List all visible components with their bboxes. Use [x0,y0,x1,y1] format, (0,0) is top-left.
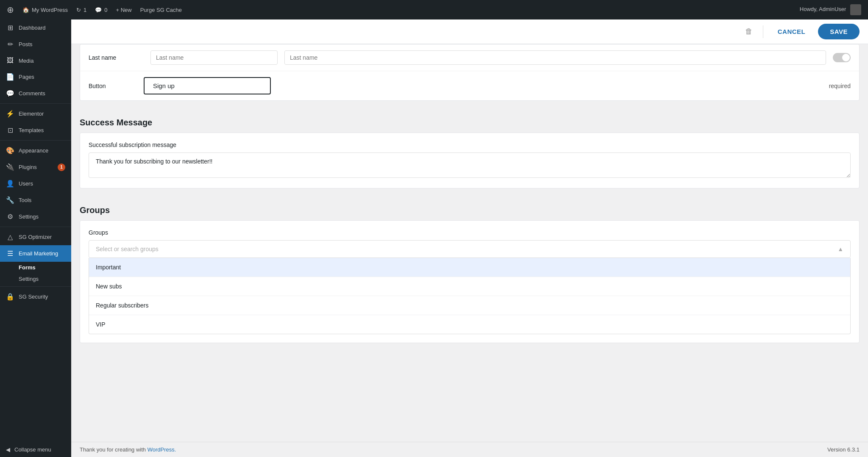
comments-icon: 💬 [6,89,14,97]
chevron-up-icon: ▲ [837,246,843,252]
sg-security-icon: 🔒 [6,293,14,301]
user-avatar [850,4,861,15]
footer: Thank you for creating with WordPress. V… [71,442,868,457]
sidebar-item-tools[interactable]: 🔧 Tools [0,192,71,208]
top-action-bar: 🗑 CANCEL SAVE [71,19,868,44]
elementor-icon: ⚡ [6,110,14,118]
sidebar-item-plugins[interactable]: 🔌 Plugins 1 [0,159,71,175]
sidebar-item-pages[interactable]: 📄 Pages [0,69,71,85]
sidebar-subitem-forms[interactable]: Forms [0,262,71,273]
sidebar-subitem-settings[interactable]: Settings [0,273,71,285]
groups-option-new-subs[interactable]: New subs [89,277,850,296]
separator [763,25,763,38]
groups-field-label: Groups [89,229,851,236]
sidebar-item-sg-security[interactable]: 🔒 SG Security [0,288,71,305]
last-name-input-2[interactable] [284,50,826,65]
sidebar-item-posts[interactable]: ✏ Posts [0,36,71,53]
posts-icon: ✏ [6,40,14,48]
groups-placeholder: Select or search groups [96,246,159,252]
collapse-icon: ◀ [6,446,10,453]
admin-bar-purge[interactable]: Purge SG Cache [140,7,182,13]
admin-bar-updates[interactable]: ↻ 1 [76,7,86,13]
sidebar-item-comments[interactable]: 💬 Comments [0,85,71,102]
email-marketing-icon: ☰ [6,249,14,258]
success-message-input[interactable]: Thank you for subscribing to our newslet… [89,152,851,178]
required-label: required [829,83,851,89]
plugins-icon: 🔌 [6,163,14,171]
success-message-heading: Success Message [80,109,860,133]
collapse-menu[interactable]: ◀ Collapse menu [0,442,71,457]
dashboard-icon: ⊞ [6,24,14,32]
admin-bar-site[interactable]: 🏠 My WordPress [22,7,68,13]
comments-icon: 💬 [95,7,102,13]
last-name-label: Last name [89,54,144,61]
footer-wordpress-link[interactable]: WordPress. [147,446,176,453]
sg-optimizer-icon: △ [6,233,14,241]
delete-icon[interactable]: 🗑 [741,25,757,39]
groups-option-important[interactable]: Important [89,258,850,277]
appearance-icon: 🎨 [6,147,14,155]
templates-icon: ⊡ [6,126,14,134]
groups-dropdown-header[interactable]: Select or search groups ▲ [89,240,851,258]
admin-bar: ⊕ 🏠 My WordPress ↻ 1 💬 0 + New Purge SG … [0,0,868,19]
last-name-row: Last name [80,44,859,71]
settings-icon: ⚙ [6,213,14,221]
admin-bar-new[interactable]: + New [116,7,131,13]
media-icon: 🖼 [6,57,14,64]
sidebar-item-media[interactable]: 🖼 Media [0,53,71,69]
main-content: Last name Button required Success Messag… [71,44,868,442]
wp-logo-icon: ⊕ [7,5,14,15]
footer-thanks: Thank you for creating with WordPress. [80,446,176,453]
sidebar-item-dashboard[interactable]: ⊞ Dashboard [0,19,71,36]
sidebar-item-templates[interactable]: ⊡ Templates [0,122,71,138]
cancel-button[interactable]: CANCEL [769,25,814,39]
groups-section: Groups Select or search groups ▲ Importa… [80,220,860,343]
sidebar-item-sg-optimizer[interactable]: △ SG Optimizer [0,229,71,245]
button-label: Button [89,83,144,89]
sidebar-item-email-marketing[interactable]: ☰ Email Marketing [0,245,71,262]
footer-version: Version 6.3.1 [827,446,860,453]
save-button[interactable]: SAVE [818,24,860,39]
sidebar-item-appearance[interactable]: 🎨 Appearance [0,142,71,159]
form-section-fields: Last name Button required [80,44,860,101]
success-message-section: Successful subscription message Thank yo… [80,133,860,188]
sidebar-item-settings[interactable]: ⚙ Settings [0,208,71,225]
refresh-icon: ↻ [76,7,81,13]
last-name-toggle[interactable] [833,53,851,62]
admin-bar-comments[interactable]: 💬 0 [95,7,107,13]
pages-icon: 📄 [6,73,14,81]
groups-dropdown: Select or search groups ▲ Important New … [89,240,851,334]
content-area: 🗑 CANCEL SAVE Last name Button require [71,19,868,457]
groups-option-regular[interactable]: Regular subscribers [89,296,850,315]
users-icon: 👤 [6,180,14,188]
last-name-input-1[interactable] [150,50,278,65]
success-field-label: Successful subscription message [89,141,851,148]
groups-option-vip[interactable]: VIP [89,315,850,334]
home-icon: 🏠 [22,7,29,13]
button-row: Button required [80,71,859,100]
tools-icon: 🔧 [6,196,14,204]
button-input[interactable] [144,77,271,94]
sidebar: ⊞ Dashboard ✏ Posts 🖼 Media 📄 Pages 💬 Co… [0,19,71,457]
sidebar-item-elementor[interactable]: ⚡ Elementor [0,105,71,122]
groups-heading: Groups [80,197,860,220]
groups-dropdown-list: Important New subs Regular subscribers V… [89,258,851,334]
admin-bar-user: Howdy, AdminUser [800,4,861,15]
plugins-badge: 1 [58,163,65,171]
sidebar-item-users[interactable]: 👤 Users [0,175,71,192]
